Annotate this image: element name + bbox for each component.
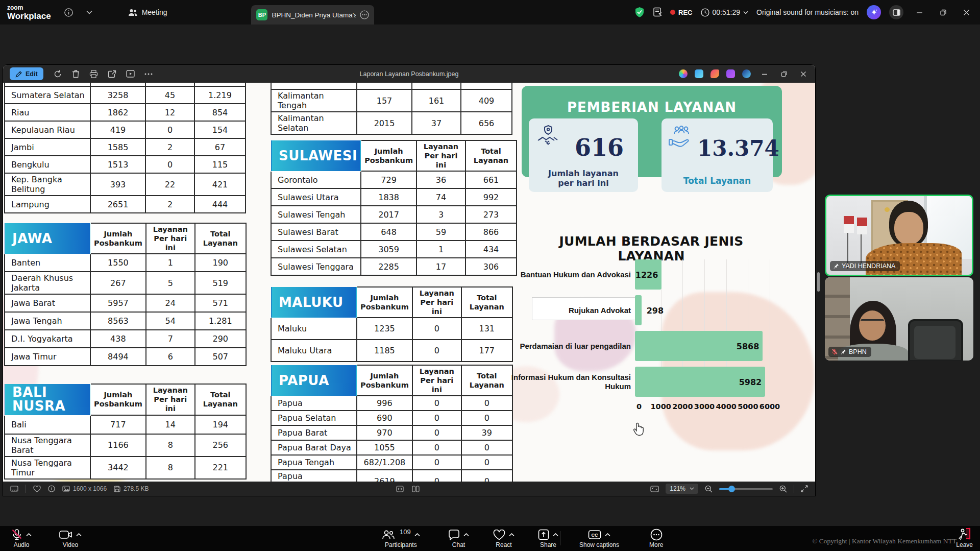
chevron-up-icon[interactable] <box>414 533 420 537</box>
stat-value-total: 13.374 <box>697 136 769 161</box>
chevron-up-icon[interactable] <box>76 533 82 537</box>
table-papua: PAPUAJumlah PosbankumLayanan Per hari in… <box>271 365 513 482</box>
table-row: Kepulauan Riau4190154 <box>5 121 246 138</box>
table-jawa: JAWAJumlah PosbankumLayanan Per hari ini… <box>4 223 247 366</box>
table-row: Papua Tengah682/1.20800 <box>271 455 512 470</box>
participants-button[interactable]: 109 Participants <box>382 527 420 548</box>
share-icon[interactable] <box>108 70 116 78</box>
table-row: Papua Barat970039 <box>271 425 512 440</box>
image-dimensions: 1600 x 1066 <box>62 485 107 492</box>
chevron-down-icon <box>743 11 748 14</box>
table-row: Papua Pegunungan261900 <box>271 470 512 482</box>
stat-card-total: 13.374 Total Layanan <box>662 118 773 192</box>
column-header: Layanan Per hari ini <box>146 223 195 254</box>
chart-value-label: 5982 <box>739 377 762 387</box>
share-screen-button[interactable]: Share <box>538 527 558 548</box>
share-tab-badge: BP <box>256 9 267 20</box>
table-bali-nusra: BALI NUSRAJumlah PosbankumLayanan Per ha… <box>4 384 247 480</box>
chevron-up-icon[interactable] <box>26 533 32 537</box>
table-row: Kalimantan Tengah157161409 <box>271 89 512 112</box>
more-button[interactable]: More <box>649 527 663 548</box>
info-icon[interactable] <box>64 8 73 17</box>
column-header: Jumlah Posbankum <box>361 140 416 171</box>
viewer-restore-button[interactable] <box>775 67 793 81</box>
more-options-icon[interactable] <box>144 73 153 75</box>
meeting-controlbar: Audio Video 109 Participants Chat React <box>0 526 980 551</box>
video-tile-bphn[interactable]: BPHN <box>825 277 973 361</box>
leave-button[interactable]: Leave <box>956 526 973 548</box>
compare-view-icon[interactable] <box>412 486 420 492</box>
chart-category-label: Perdamaian di luar pengadilan <box>488 331 635 361</box>
rec-dot-icon <box>670 10 675 15</box>
stat-card-daily: 616 Jumlah layanan per hari ini <box>529 118 638 192</box>
chevron-up-icon[interactable] <box>509 533 514 537</box>
ai-companion-icon[interactable] <box>867 5 881 19</box>
paint3d-app-icon[interactable] <box>710 69 719 78</box>
photos-app-icon[interactable] <box>679 69 688 78</box>
table-row: Lampung26512444 <box>5 196 246 213</box>
zoom-in-icon[interactable] <box>779 485 787 493</box>
table-row: Nusa Tenggara Barat11668256 <box>5 434 246 457</box>
audio-button[interactable]: Audio <box>11 527 32 548</box>
file-info-icon[interactable] <box>48 485 55 492</box>
rotate-icon[interactable] <box>54 69 62 78</box>
viewer-close-button[interactable] <box>795 67 812 81</box>
security-shield-icon[interactable] <box>634 7 645 18</box>
minimize-button[interactable] <box>912 5 927 20</box>
zoom-out-icon[interactable] <box>705 485 713 493</box>
document-canvas[interactable]: Sumatera Selatan3258451.219Riau186212854… <box>3 83 815 482</box>
chart-category-label: Bantuan Hukum dan Advokasi <box>488 259 635 290</box>
zoom-slider-knob[interactable] <box>728 486 735 492</box>
filmstrip-icon[interactable] <box>10 486 18 492</box>
zoom-to-fill-icon[interactable] <box>396 486 404 492</box>
favorite-icon[interactable] <box>33 486 41 492</box>
transcript-icon[interactable] <box>653 7 662 17</box>
share-screen-icon <box>538 529 549 540</box>
close-button[interactable] <box>959 5 974 20</box>
file-size: 278.5 KB <box>114 485 149 492</box>
slideshow-icon[interactable] <box>126 70 135 78</box>
tab-meeting[interactable]: Meeting <box>128 8 167 16</box>
table-row: Nusa Tenggara Timur34428221 <box>5 457 246 479</box>
delete-icon[interactable] <box>72 69 80 78</box>
maximize-button[interactable] <box>935 5 950 20</box>
table-row <box>5 83 246 86</box>
meeting-timer[interactable]: 00:51:29 <box>701 8 749 17</box>
chevron-up-icon[interactable] <box>463 533 469 537</box>
table-header-row: MALUKUJumlah PosbankumLayanan Per hari i… <box>271 287 512 318</box>
react-button[interactable]: React <box>493 527 514 548</box>
chat-button[interactable]: Chat <box>448 527 469 548</box>
region-title: SULAWESI <box>271 140 361 171</box>
chevron-up-icon[interactable] <box>605 533 610 537</box>
chevron-up-icon[interactable] <box>553 533 558 537</box>
clipchamp-app-icon[interactable] <box>726 69 735 78</box>
table-row: Jawa Timur84946507 <box>5 348 246 366</box>
designer-app-icon[interactable] <box>695 69 703 78</box>
paint-app-icon[interactable] <box>742 69 751 78</box>
video-tile-speaker[interactable]: YADI HENDRIANA <box>825 195 973 276</box>
video-button[interactable]: Video <box>59 527 82 548</box>
scrollbar-thumb[interactable] <box>817 272 820 292</box>
side-panel-icon[interactable] <box>889 5 903 19</box>
image-icon <box>62 486 70 492</box>
save-icon <box>114 486 120 492</box>
chevron-down-icon[interactable] <box>86 10 92 14</box>
table-row: Sulawesi Tenggara228517306 <box>271 258 517 275</box>
tab-more-icon[interactable] <box>360 10 369 19</box>
table-row: Banten15501190 <box>5 254 246 272</box>
region-title: BALI NUSRA <box>5 384 90 415</box>
zoom-level-dropdown[interactable]: 121% <box>666 484 698 494</box>
tab-shared-screen[interactable]: BP BPHN_Diden Priya Utama's screen <box>251 5 374 25</box>
table-row: Bali71714194 <box>5 415 246 434</box>
chart-bar <box>635 295 642 325</box>
captions-button[interactable]: CC Show captions <box>579 527 619 548</box>
original-sound-status[interactable]: Original sound for musicians: on <box>756 8 859 16</box>
zoom-slider[interactable] <box>719 488 773 490</box>
viewer-minimize-button[interactable] <box>756 67 773 81</box>
table-header-row: SULAWESIJumlah PosbankumLayanan Per hari… <box>271 140 517 171</box>
print-icon[interactable] <box>89 70 98 78</box>
edit-button[interactable]: Edit <box>10 67 43 80</box>
column-header: Jumlah Posbankum <box>357 365 412 396</box>
fit-to-window-icon[interactable] <box>650 486 659 492</box>
fullscreen-icon[interactable] <box>801 485 808 492</box>
